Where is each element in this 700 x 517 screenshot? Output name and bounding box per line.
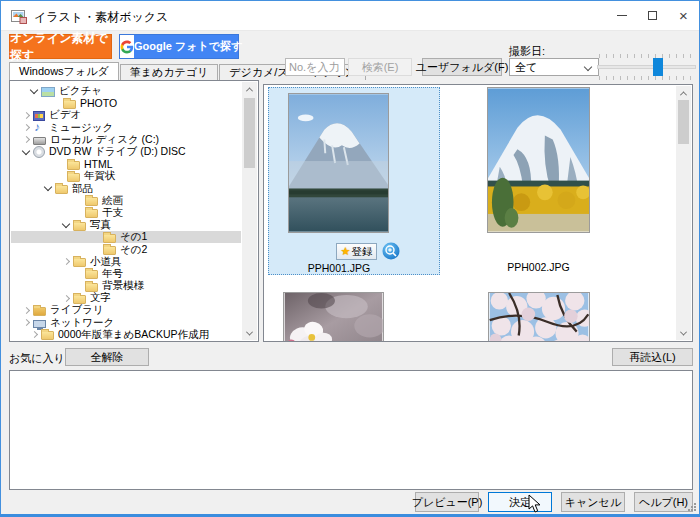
tab-windows-folder[interactable]: Windowsフォルダ <box>9 62 119 80</box>
collapse-arrow-icon[interactable] <box>43 183 54 194</box>
tree-item[interactable]: その2 <box>11 243 241 255</box>
close-icon: × <box>679 8 688 23</box>
reload-button[interactable]: 再読込(L) <box>612 348 693 366</box>
favorites-panel[interactable] <box>9 370 693 490</box>
scroll-down-icon[interactable] <box>242 326 257 340</box>
disk-icon <box>33 137 46 145</box>
maximize-icon <box>648 11 657 20</box>
tree-item-label: HTML <box>84 158 113 170</box>
search-button[interactable]: 検索(E) <box>348 58 412 76</box>
tree-item-label: DVD RW ドライブ (D:) DISC <box>49 145 186 159</box>
user-folder-button[interactable]: ユーザフォルダ(F) <box>422 58 502 76</box>
illust-material-box-dialog: イラスト・素材ボックス × オンライン素材で探す Google フォトで探す W… <box>0 0 700 517</box>
photo-thumbnail-blossom-tree[interactable] <box>488 292 590 342</box>
indent-spacer <box>91 244 102 255</box>
expand-arrow-icon[interactable] <box>29 329 40 340</box>
tree-item[interactable]: 年賀状 <box>11 170 241 182</box>
expand-arrow-icon[interactable] <box>61 293 72 304</box>
cancel-button[interactable]: キャンセル <box>561 492 625 512</box>
folder-icon <box>85 197 98 206</box>
pictures-icon <box>41 87 55 97</box>
resize-grip[interactable] <box>687 502 697 512</box>
slider-thumb[interactable] <box>653 58 663 76</box>
tree-item[interactable]: PHOTO <box>11 97 241 109</box>
folder-icon <box>73 222 86 231</box>
number-search-input[interactable] <box>285 58 345 76</box>
thumbnail-scrollbar[interactable] <box>676 86 691 340</box>
expand-arrow-icon[interactable] <box>21 122 32 133</box>
collapse-arrow-icon[interactable] <box>29 86 40 97</box>
app-icon <box>11 8 27 24</box>
star-icon: ★ <box>341 245 351 258</box>
photo-thumbnail-blossom-closeup[interactable] <box>283 292 384 342</box>
tree-item-label: PHOTO <box>80 97 117 109</box>
folder-icon <box>73 295 86 304</box>
google-photos-button[interactable]: Google フォトで探す <box>119 34 239 59</box>
collapse-arrow-icon[interactable] <box>61 220 72 231</box>
tree-item[interactable]: ビデオ <box>11 109 241 121</box>
thumbnail-scrollbar-thumb[interactable] <box>678 100 689 144</box>
music-icon <box>33 122 45 134</box>
tree-item[interactable]: 0000年版筆まめBACKUP作成用 <box>11 329 241 341</box>
preview-button[interactable]: プレビュー(P) <box>415 492 479 512</box>
google-photos-button-label: Google フォトで探す <box>134 35 242 58</box>
online-material-button[interactable]: オンライン素材で探す <box>9 34 112 59</box>
expand-arrow-icon[interactable] <box>21 317 32 328</box>
maximize-button[interactable] <box>637 1 668 30</box>
tree-item[interactable]: 背景模様 <box>11 280 241 292</box>
library-icon <box>33 307 46 316</box>
scroll-down-icon[interactable] <box>676 326 691 340</box>
shoot-date-dropdown[interactable]: 全て <box>509 58 599 76</box>
tree-item[interactable]: 干支 <box>11 207 241 219</box>
photo-thumbnail-pph001[interactable] <box>288 93 389 233</box>
expand-arrow-icon[interactable] <box>61 256 72 267</box>
expand-arrow-icon[interactable] <box>21 305 32 316</box>
indent-spacer <box>51 98 62 109</box>
scroll-up-icon[interactable] <box>676 86 691 100</box>
thumbnail-caption: PPH002.JPG <box>488 261 589 273</box>
collapse-arrow-icon[interactable] <box>21 147 32 158</box>
expand-arrow-icon[interactable] <box>21 110 32 121</box>
thumbnail-panel: ★ 登録 PPH001.JPG <box>263 84 693 342</box>
tree-item[interactable]: HTML <box>11 158 241 170</box>
tree-scrollbar-thumb[interactable] <box>244 98 255 168</box>
register-label: 登録 <box>351 245 372 259</box>
folder-icon <box>103 234 116 243</box>
tab-fudemame-category[interactable]: 筆まめカテゴリ <box>120 64 219 80</box>
tree-item[interactable]: DVD RW ドライブ (D:) DISC <box>11 146 241 158</box>
tree-item-label: 0000年版筆まめBACKUP作成用 <box>58 328 209 341</box>
tree-item[interactable]: 小道具 <box>11 256 241 268</box>
shoot-date-label: 撮影日: <box>509 44 545 59</box>
folder-icon <box>85 283 98 292</box>
chevron-down-icon <box>584 63 592 71</box>
minimize-button[interactable] <box>606 1 637 30</box>
slider-track[interactable] <box>597 65 696 69</box>
tree-item[interactable]: 部品 <box>11 183 241 195</box>
indent-spacer <box>55 171 66 182</box>
folder-icon <box>85 270 98 279</box>
window-title: イラスト・素材ボックス <box>34 9 168 26</box>
tree-scrollbar[interactable] <box>242 82 257 340</box>
dvd-icon <box>33 146 45 158</box>
tree-item[interactable]: ピクチャ <box>11 85 241 97</box>
ok-button[interactable]: 決定 <box>488 492 552 512</box>
tree-item[interactable]: ライブラリ <box>11 304 241 316</box>
tree-item[interactable]: 文字 <box>11 292 241 304</box>
thumbnail-caption: PPH001.JPG <box>269 262 409 274</box>
clear-all-favorites-button[interactable]: 全解除 <box>65 348 149 366</box>
zoom-preview-icon[interactable] <box>382 242 400 260</box>
photo-thumbnail-pph002[interactable] <box>487 87 590 233</box>
scroll-up-icon[interactable] <box>242 82 257 96</box>
slider-ticks <box>599 54 694 58</box>
thumbnail-cell-selected[interactable]: ★ 登録 PPH001.JPG <box>268 87 440 275</box>
tree-item[interactable]: 絵画 <box>11 195 241 207</box>
expand-arrow-icon[interactable] <box>21 134 32 145</box>
thumbnail-size-slider[interactable] <box>597 54 696 80</box>
shoot-date-value: 全て <box>515 60 537 75</box>
help-button[interactable]: ヘルプ(H) <box>634 492 693 512</box>
folder-icon <box>73 258 86 267</box>
folder-icon <box>63 100 76 109</box>
close-button[interactable]: × <box>668 1 699 30</box>
indent-spacer <box>55 159 66 170</box>
register-favorite-button[interactable]: ★ 登録 <box>336 243 377 260</box>
